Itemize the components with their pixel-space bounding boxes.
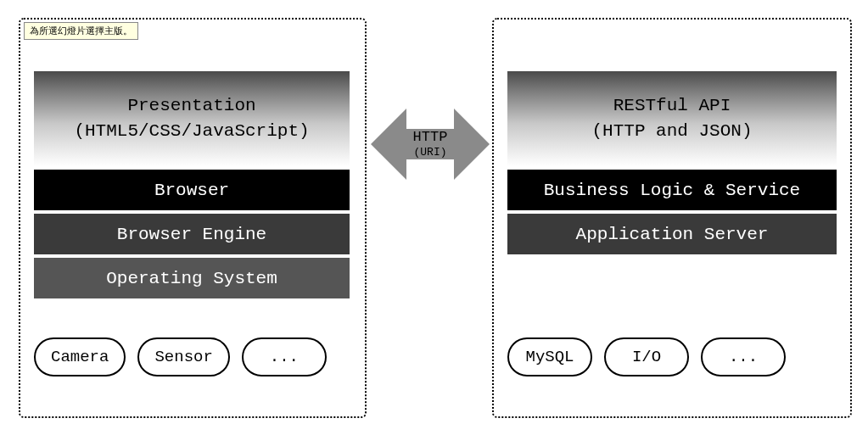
arrow-label: HTTP (URI) bbox=[413, 129, 448, 159]
presentation-sub: (HTML5/CSS/JavaScript) bbox=[74, 119, 309, 144]
browser-layer: Browser bbox=[34, 170, 350, 210]
resource-more: ... bbox=[701, 337, 786, 376]
presentation-title: Presentation bbox=[127, 93, 255, 119]
server-resources-row: MySQL I/O ... bbox=[507, 337, 786, 376]
tooltip-master-slide: 為所選幻燈片選擇主版。 bbox=[24, 22, 138, 40]
device-sensor: Sensor bbox=[137, 337, 229, 376]
arrow-sub: (URI) bbox=[413, 146, 448, 159]
http-arrow: HTTP (URI) bbox=[371, 92, 490, 197]
resource-mysql: MySQL bbox=[507, 337, 592, 376]
business-logic-layer: Business Logic & Service bbox=[507, 170, 837, 210]
api-layer: RESTful API (HTTP and JSON) bbox=[507, 71, 837, 166]
application-server-layer: Application Server bbox=[507, 214, 837, 254]
resource-io: I/O bbox=[604, 337, 689, 376]
presentation-layer: Presentation (HTML5/CSS/JavaScript) bbox=[34, 71, 350, 166]
api-sub: (HTTP and JSON) bbox=[591, 119, 752, 144]
api-title: RESTful API bbox=[613, 93, 731, 119]
client-devices-row: Camera Sensor ... bbox=[34, 337, 327, 376]
arrow-protocol: HTTP bbox=[413, 129, 448, 146]
device-more: ... bbox=[242, 337, 327, 376]
browser-engine-layer: Browser Engine bbox=[34, 214, 350, 254]
os-layer: Operating System bbox=[34, 258, 350, 298]
device-camera: Camera bbox=[34, 337, 126, 376]
